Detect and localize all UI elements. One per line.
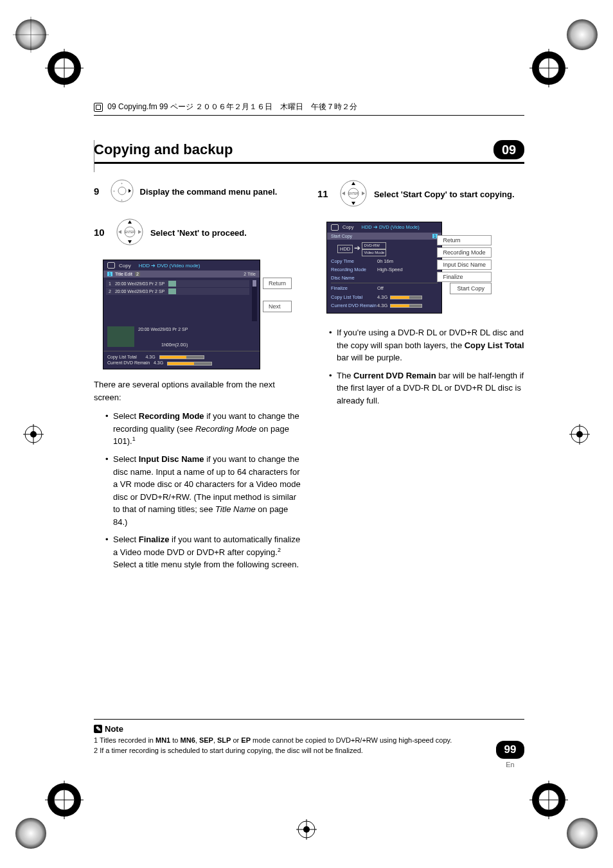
list-item: The Current DVD Remain bar will be half-… (329, 369, 524, 407)
step-10-text: Select 'Next' to proceed. (150, 228, 247, 238)
note-icon: ✎ (94, 725, 102, 733)
page-header: Copying and backup 09 (94, 140, 524, 164)
tv-icon (107, 262, 115, 269)
step-9: 9 +++ Display the command menu panel. (94, 178, 301, 208)
enter-remote-icon: ENTER (114, 217, 145, 251)
ss1-tab-title-edit: Title Edit 2 (103, 270, 144, 278)
ss2-vmode-label: Video Mode (362, 249, 386, 256)
print-mark-br (529, 781, 600, 851)
enter-remote-icon: ENTER (338, 178, 369, 213)
right-bullets: If you're using a DVD-R DL or DVD+R DL d… (329, 326, 524, 407)
left-column: 9 +++ Display the command menu panel. 10… (94, 178, 301, 576)
next-button[interactable]: Next (263, 301, 292, 312)
note-label: ✎ Note (94, 724, 123, 734)
chapter-badge: 09 (493, 140, 524, 159)
list-item: If you're using a DVD-R DL or DVD+R DL d… (329, 326, 524, 364)
print-mark-bl (13, 781, 84, 851)
print-mark-rc (569, 424, 590, 445)
tv-icon (331, 224, 339, 231)
svg-text:ENTER: ENTER (125, 231, 136, 234)
list-item: Select Finalize if you want to automatic… (105, 533, 301, 571)
return-option[interactable]: Return (437, 235, 492, 245)
list-item: 2 20:00 Wed29/03 Pr 2 SP (106, 288, 249, 295)
preview-thumbnail (107, 326, 134, 347)
svg-text:+: + (121, 198, 123, 202)
step-9-text: Display the command menu panel. (140, 187, 278, 197)
ss1-preview-line2: 1h00m(2.0G) (138, 342, 188, 348)
progress-bar-icon (159, 355, 204, 359)
svg-point-33 (30, 431, 37, 438)
ss1-sub: HDD ➔ DVD (Video mode) (139, 263, 200, 269)
recording-mode-option[interactable]: Recording Mode (437, 247, 492, 258)
step-number: 9 (94, 186, 99, 197)
arrow-right-icon: ➔ (354, 244, 360, 252)
print-mark-tr (529, 17, 600, 87)
running-head-text: 09 Copying.fm 99 ページ ２００６年２月１６日 木曜日 午後７時… (107, 102, 357, 111)
step-11: 11 ENTER Select 'Start Copy' to start co… (317, 178, 524, 213)
svg-point-19 (15, 818, 46, 849)
ss2-sub: HDD ➔ DVD (Video Mode) (362, 224, 420, 230)
progress-bar-icon (167, 362, 212, 366)
ss2-dvd-label: DVD-RW (362, 242, 386, 249)
ss1-tab-title: 2 Title (240, 270, 260, 278)
list-item: 1 20:00 Wed29/03 Pr 2 SP (106, 280, 249, 287)
right-column: 11 ENTER Select 'Start Copy' to start co… (317, 178, 524, 576)
start-copy-screenshot: Copy HDD ➔ DVD (Video Mode) Start Copy 1… (326, 222, 442, 314)
copy-title-edit-screenshot: Copy HDD ➔ DVD (Video mode) Title Edit 2… (103, 260, 260, 369)
ss1-total-label: Copy List Total (107, 355, 137, 359)
options-intro: There are several options available from… (94, 378, 301, 403)
right-arrow-remote-icon: +++ (109, 178, 135, 208)
list-item: Select Input Disc Name if you want to ch… (105, 453, 301, 528)
input-disc-name-option[interactable]: Input Disc Name (437, 260, 492, 270)
svg-point-25 (567, 818, 598, 849)
ss1-remain-val: 4.3G (154, 360, 163, 365)
thumbnail-icon (168, 281, 176, 287)
note-1: 1 Titles recorded in MN1 to MN6, SEP, SL… (94, 736, 524, 745)
step-11-text: Select 'Start Copy' to start copying. (374, 190, 515, 199)
print-mark-bc (296, 819, 317, 840)
thumbnail-icon (168, 288, 176, 294)
running-head: 09 Copying.fm 99 ページ ２００６年２月１６日 木曜日 午後７時… (94, 102, 524, 116)
page-title: Copying and backup (94, 141, 493, 158)
start-copy-button[interactable]: Start Copy (450, 283, 492, 294)
list-item: Select Recording Mode if you want to cha… (105, 410, 301, 448)
progress-bar-icon (390, 296, 422, 299)
svg-point-39 (118, 187, 126, 195)
svg-point-13 (567, 19, 598, 50)
page-number: 99 En (496, 741, 524, 768)
ss2-side-options: Return Recording Mode Input Disc Name Fi… (437, 235, 492, 282)
options-list: Select Recording Mode if you want to cha… (105, 410, 301, 571)
note-2: 2 If a timer recording is scheduled to s… (94, 746, 524, 756)
ss2-tab-start-copy: Start Copy (327, 233, 356, 240)
ss1-remain-label: Current DVD Remain (107, 360, 150, 365)
svg-point-29 (303, 826, 310, 833)
print-mark-tl (13, 17, 84, 87)
page-lang: En (496, 761, 524, 768)
finalize-option[interactable]: Finalize (437, 272, 492, 282)
ss1-title-list: 1 20:00 Wed29/03 Pr 2 SP 2 20:00 Wed29/0… (106, 280, 249, 321)
step-number: 10 (94, 227, 105, 238)
svg-text:+: + (113, 189, 115, 193)
step-number: 11 (317, 188, 328, 199)
step-10: 10 ENTER Select 'Next' to proceed. (94, 217, 301, 251)
note-section: ✎ Note 1 Titles recorded in MN1 to MN6, … (94, 719, 524, 756)
gutter-line (94, 140, 94, 172)
svg-text:+: + (121, 181, 123, 185)
ss1-total-val: 4.3G (145, 355, 155, 359)
print-mark-lc (23, 424, 44, 445)
svg-text:ENTER: ENTER (349, 192, 359, 195)
progress-bar-icon (390, 304, 422, 308)
ss1-copy-label: Copy (119, 263, 131, 269)
scrollbar-icon (252, 280, 257, 321)
svg-point-37 (576, 431, 583, 438)
ss2-hdd-label: HDD (337, 245, 353, 253)
ss2-copy-label: Copy (342, 224, 354, 230)
return-button[interactable]: Return (263, 278, 292, 289)
ss1-preview-line1: 20:00 Wed29/03 Pr 2 SP (138, 326, 188, 333)
page-number-value: 99 (496, 741, 524, 759)
